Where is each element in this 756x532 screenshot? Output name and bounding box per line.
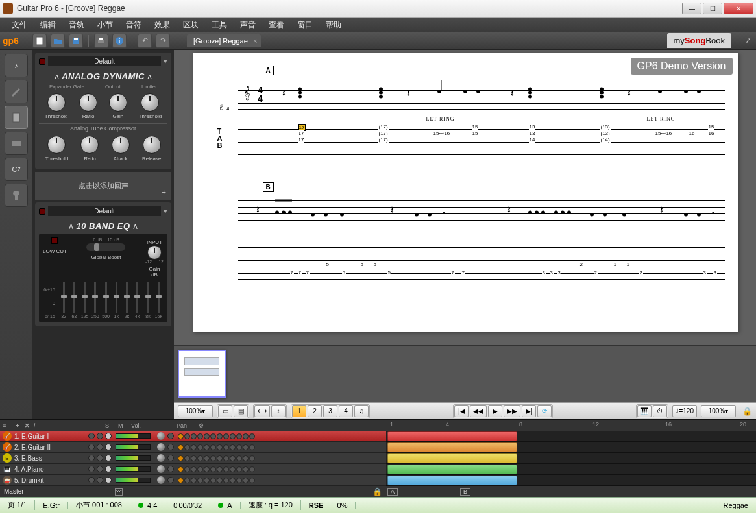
fullscreen-icon[interactable]: ⤢ — [742, 35, 753, 47]
channel-dot[interactable] — [230, 478, 236, 483]
track-settings-button[interactable] — [167, 455, 174, 461]
channel-dot[interactable] — [191, 455, 197, 461]
track-settings-button[interactable] — [167, 466, 174, 472]
volume-slider[interactable] — [116, 478, 151, 483]
channel-dot[interactable] — [249, 478, 255, 483]
fx1-comp-threshold-knob[interactable] — [47, 136, 66, 154]
marker-a[interactable]: A — [387, 488, 398, 496]
channel-dot[interactable] — [184, 444, 190, 450]
channel-dot[interactable] — [178, 433, 184, 439]
track-visible-button[interactable] — [105, 455, 112, 461]
fx1-comp-ratio-knob[interactable] — [80, 136, 99, 154]
edit-panel-button[interactable]: ♪ — [5, 54, 28, 77]
menu-sound[interactable]: 声音 — [234, 18, 262, 32]
channel-dot[interactable] — [210, 455, 216, 461]
channel-dot[interactable] — [210, 478, 216, 483]
eq-band-125[interactable] — [84, 282, 86, 313]
channel-dot[interactable] — [249, 455, 255, 461]
view-mode-page[interactable]: ▭ — [218, 405, 232, 417]
eq-band-8k[interactable] — [147, 282, 149, 313]
channel-dot[interactable] — [204, 433, 210, 439]
channel-dot[interactable] — [236, 433, 242, 439]
rewind-button[interactable]: ◀◀ — [470, 405, 487, 417]
open-button[interactable] — [51, 34, 65, 48]
fx1-comp-attack-knob[interactable] — [112, 136, 130, 154]
channel-dot[interactable] — [197, 455, 203, 461]
pan-knob[interactable] — [157, 454, 165, 462]
pan-knob[interactable] — [157, 465, 165, 473]
fx1-power-led[interactable] — [39, 58, 45, 65]
channel-dot[interactable] — [191, 444, 197, 450]
fx1-next-icon[interactable]: ʌ — [145, 72, 154, 81]
channel-dot[interactable] — [191, 466, 197, 472]
channel-dot[interactable] — [210, 466, 216, 472]
menu-window[interactable]: 窗口 — [291, 18, 319, 32]
pan-knob[interactable] — [157, 443, 165, 451]
menu-file[interactable]: 文件 — [5, 18, 34, 32]
eq-band-1k[interactable] — [116, 282, 117, 313]
fx2-preset-dropdown-icon[interactable]: ▾ — [164, 207, 167, 215]
mastering-panel-button[interactable] — [5, 132, 28, 155]
fx2-preset-select[interactable]: Default — [48, 206, 161, 216]
channel-dot[interactable] — [184, 455, 190, 461]
fx2-next-icon[interactable]: ʌ — [130, 222, 140, 231]
channel-dot[interactable] — [217, 455, 223, 461]
channel-dot[interactable] — [178, 455, 184, 461]
fx1-preset-select[interactable]: Default — [48, 56, 161, 66]
channel-dot[interactable] — [217, 478, 223, 483]
channel-dot[interactable] — [210, 433, 216, 439]
fx1-gain-knob[interactable] — [109, 93, 127, 112]
channel-dot[interactable] — [191, 433, 197, 439]
track-row-2[interactable]: 🎸2. E.Guitar II — [0, 442, 386, 453]
channel-dot[interactable] — [210, 444, 216, 450]
tempo-field[interactable]: ♩= 120 — [672, 405, 697, 417]
volume-slider[interactable] — [116, 455, 151, 461]
track-visible-button[interactable] — [105, 477, 112, 483]
channel-dot[interactable] — [223, 455, 229, 461]
channel-dot[interactable] — [197, 478, 203, 483]
track-row-5[interactable]: 🥁5. Drumkit — [0, 475, 386, 486]
channel-dot[interactable] — [243, 444, 249, 450]
channel-dot[interactable] — [204, 455, 210, 461]
channel-dot[interactable] — [191, 478, 197, 483]
redo-button[interactable]: ↷ — [156, 34, 170, 48]
mysongbook-tab[interactable]: mySongBook — [667, 33, 731, 48]
volume-slider[interactable] — [116, 433, 151, 439]
mute-button[interactable] — [97, 466, 103, 472]
channel-dot[interactable] — [197, 466, 203, 472]
channel-dot[interactable] — [223, 466, 229, 472]
voice-2-button[interactable]: 2 — [308, 405, 322, 417]
zoom-select-2[interactable]: 100% ▾ — [701, 405, 736, 417]
layout-horizontal[interactable]: ⟷ — [254, 405, 270, 417]
channel-dot[interactable] — [236, 455, 242, 461]
timeline-ruler[interactable]: 1 4 8 12 16 20 — [386, 420, 756, 431]
track-settings-button[interactable] — [167, 444, 174, 450]
solo-button[interactable] — [88, 433, 95, 439]
eq-band-63[interactable] — [73, 282, 75, 313]
countdown-button[interactable]: ⏱ — [653, 405, 667, 417]
track-visible-button[interactable] — [105, 466, 112, 472]
fx1-preset-dropdown-icon[interactable]: ▾ — [164, 57, 167, 66]
solo-button[interactable] — [88, 444, 95, 450]
channel-dot[interactable] — [230, 455, 236, 461]
channel-dot[interactable] — [223, 478, 229, 483]
channel-dot[interactable] — [249, 433, 255, 439]
print-button[interactable] — [94, 34, 108, 48]
menu-bar[interactable]: 小节 — [91, 18, 119, 32]
solo-button[interactable] — [88, 455, 95, 461]
track-settings-button[interactable] — [167, 433, 174, 439]
channel-dot[interactable] — [178, 466, 184, 472]
fastforward-button[interactable]: ▶▶ — [504, 405, 520, 417]
fx1-threshold1-knob[interactable] — [47, 93, 66, 112]
eq-boost-slider[interactable] — [86, 243, 125, 251]
mute-button[interactable] — [97, 477, 103, 483]
pan-knob[interactable] — [157, 476, 165, 484]
channel-dot[interactable] — [204, 444, 210, 450]
eq-band-32[interactable] — [63, 282, 65, 313]
volume-slider[interactable] — [116, 444, 151, 450]
channel-dot[interactable] — [249, 466, 255, 472]
fx1-threshold2-knob[interactable] — [141, 93, 159, 112]
maximize-button[interactable]: ☐ — [703, 3, 722, 14]
score-page[interactable]: GP6 Demo Version A E. Gtr 𝄞 44 𝄽 𝄽 — [193, 53, 738, 332]
metronome-button[interactable]: 🎹 — [637, 405, 652, 417]
